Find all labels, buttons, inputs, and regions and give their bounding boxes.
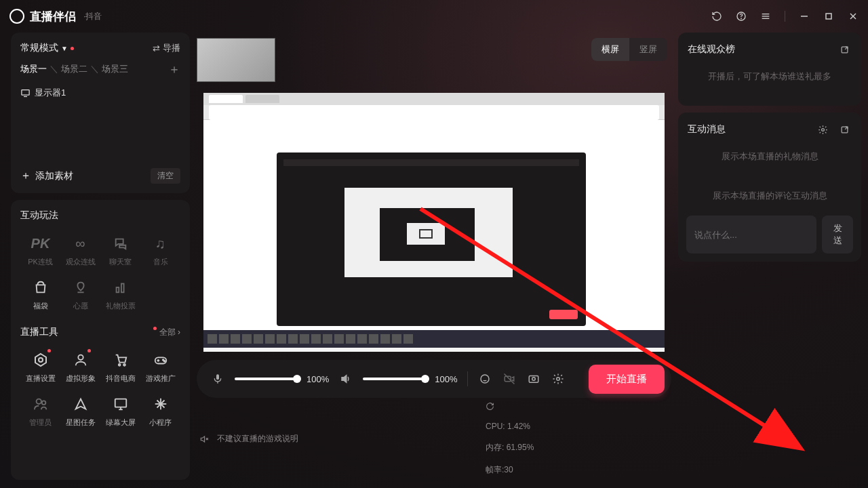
menu-icon[interactable]	[760, 11, 771, 22]
svg-point-23	[163, 361, 165, 362]
divider	[785, 11, 785, 22]
cpu-status: CPU: 1.42%	[486, 422, 669, 431]
gear-hex-icon	[31, 350, 50, 369]
scenes-panel: 常规模式 ▼ ⇄ 导播 场景一＼ 场景二＼ 场景三 ＋ 显示器1	[11, 33, 190, 193]
mute-status-icon	[199, 434, 209, 444]
add-scene-button[interactable]: ＋	[168, 61, 180, 77]
capture-icon[interactable]	[526, 371, 541, 386]
speaker-volume-value: 100%	[435, 374, 457, 384]
bag-icon	[31, 278, 50, 297]
tool-audience-link[interactable]: ∞观众连线	[60, 231, 100, 272]
msg-settings-icon[interactable]	[815, 122, 830, 137]
wish-icon	[71, 278, 90, 297]
source-item-monitor[interactable]: 显示器1	[20, 84, 180, 102]
preview-area	[197, 33, 671, 356]
add-source-label: 添加素材	[35, 170, 73, 182]
chat-input[interactable]	[686, 216, 816, 253]
close-icon[interactable]	[848, 11, 859, 22]
app-subtitle: ·抖音	[83, 11, 102, 22]
features-panel: 互动玩法 PKPK连线 ∞观众连线 聊天室 ♫音乐 福袋 心愿 礼物投票 直播工…	[11, 200, 190, 480]
messages-panel: 互动消息 展示本场直播的礼物消息 展示本场直播的评论互动消息 发送	[678, 113, 861, 262]
speaker-icon[interactable]	[338, 371, 353, 386]
svg-rect-38	[529, 376, 538, 383]
svg-point-40	[556, 378, 559, 381]
scene-tab-3[interactable]: 场景三	[102, 63, 128, 75]
chevron-down-icon: ▼	[61, 45, 68, 52]
beauty-icon[interactable]	[477, 371, 492, 386]
maximize-icon[interactable]	[823, 11, 834, 22]
scene-tabs: 场景一＼ 场景二＼ 场景三 ＋	[20, 61, 180, 77]
svg-point-39	[532, 378, 535, 381]
app-logo-icon	[9, 9, 24, 24]
scene-tab-1[interactable]: 场景一	[20, 63, 47, 75]
tool-chatroom[interactable]: 聊天室	[100, 231, 140, 272]
memory-status: 内存: 61.95%	[486, 442, 669, 453]
preview-canvas[interactable]	[203, 93, 665, 352]
svg-rect-26	[115, 399, 126, 407]
tool-music[interactable]: ♫音乐	[140, 231, 180, 272]
tool-wish[interactable]: 心愿	[60, 275, 100, 317]
settings-icon[interactable]	[551, 371, 566, 386]
speaker-volume-slider[interactable]	[363, 378, 425, 380]
sparkle-icon	[151, 394, 170, 413]
svg-point-18	[123, 364, 125, 366]
controls-bar: 100% 100% 开始直播	[197, 360, 671, 398]
send-button[interactable]: 发送	[822, 216, 853, 253]
tools-all-link[interactable]: 全部 ›	[153, 327, 180, 338]
gamepad-icon	[151, 350, 170, 369]
mic-icon[interactable]	[210, 371, 225, 386]
preview-thumbnail[interactable]	[197, 38, 275, 82]
mode-notification-dot	[71, 47, 74, 50]
avatar-icon	[71, 350, 90, 369]
tool-game-promo[interactable]: 游戏推广	[140, 348, 180, 389]
refresh-icon[interactable]	[486, 402, 669, 411]
help-icon[interactable]	[736, 11, 747, 22]
msg-popout-icon[interactable]	[837, 122, 852, 137]
app-title: 直播伴侣	[30, 9, 76, 24]
tool-avatar[interactable]: 虚拟形象	[60, 348, 100, 389]
svg-rect-12	[116, 287, 119, 292]
logo-area: 直播伴侣 ·抖音	[9, 9, 102, 24]
swap-icon: ⇄	[153, 43, 160, 54]
game-help-link[interactable]: 不建议直播的游戏说明	[217, 433, 298, 445]
messages-panel-title: 互动消息	[688, 123, 726, 136]
comment-empty-text: 展示本场直播的评论互动消息	[688, 176, 852, 216]
tool-ecommerce[interactable]: 抖音电商	[100, 348, 140, 389]
start-stream-button[interactable]: 开始直播	[589, 365, 665, 394]
vote-icon	[111, 278, 130, 297]
export-label: 导播	[163, 42, 180, 54]
tool-lucky-bag[interactable]: 福袋	[20, 275, 60, 317]
tool-star-task[interactable]: 星图任务	[60, 392, 100, 433]
mic-volume-value: 100%	[307, 374, 329, 384]
link-icon: ∞	[71, 234, 90, 253]
tool-pk[interactable]: PKPK连线	[20, 231, 60, 272]
tool-admin[interactable]: 管理员	[20, 392, 60, 433]
status-bar: 不建议直播的游戏说明 CPU: 1.42% 内存: 61.95% 帧率:30	[197, 398, 671, 480]
source-label: 显示器1	[35, 87, 66, 99]
svg-point-45	[821, 128, 824, 131]
mode-dropdown[interactable]: 常规模式 ▼	[20, 42, 74, 54]
clear-button[interactable]: 清空	[151, 168, 180, 184]
screen-icon	[111, 394, 130, 413]
svg-marker-14	[35, 354, 46, 366]
scene-tab-2[interactable]: 场景二	[61, 63, 87, 75]
music-icon: ♫	[151, 234, 170, 253]
history-icon[interactable]	[711, 11, 722, 22]
add-source-button[interactable]: ＋ 添加素材	[20, 169, 73, 183]
svg-point-17	[118, 364, 120, 366]
gift-empty-text: 展示本场直播的礼物消息	[688, 137, 852, 176]
svg-point-16	[78, 355, 83, 360]
svg-line-37	[504, 374, 514, 384]
popout-icon[interactable]	[837, 42, 852, 57]
minimize-icon[interactable]	[799, 11, 810, 22]
export-button[interactable]: ⇄ 导播	[153, 42, 180, 54]
tool-gift-vote[interactable]: 礼物投票	[100, 275, 140, 317]
mic-volume-slider[interactable]	[235, 378, 297, 380]
fps-status: 帧率:30	[486, 464, 669, 476]
camera-off-icon[interactable]	[502, 371, 517, 386]
tool-greenscreen[interactable]: 绿幕大屏	[100, 392, 140, 433]
window-controls	[711, 11, 859, 22]
svg-point-15	[39, 358, 43, 362]
tool-miniapp[interactable]: 小程序	[140, 392, 180, 433]
tool-live-settings[interactable]: 直播设置	[20, 348, 60, 389]
